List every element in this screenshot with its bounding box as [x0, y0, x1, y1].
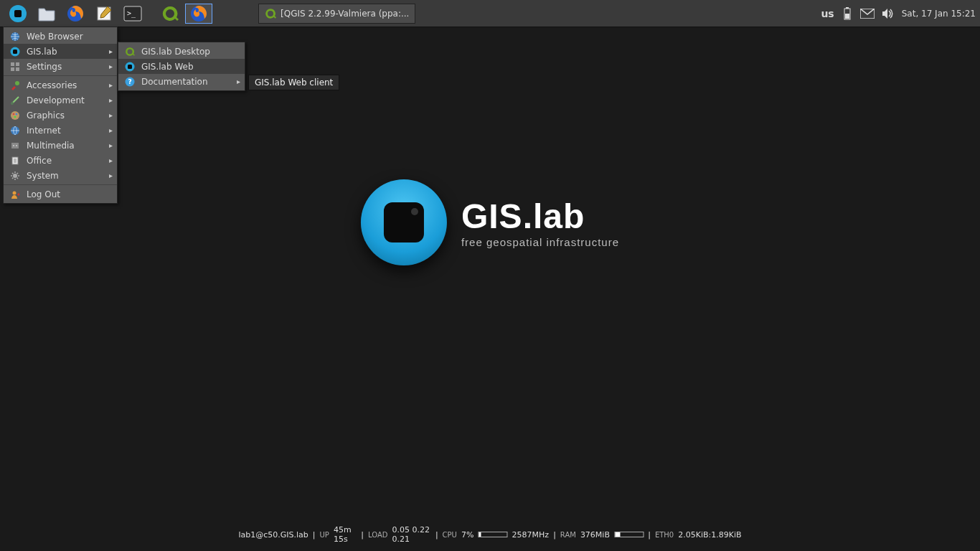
menu-item-system[interactable]: System▸	[4, 168, 117, 183]
status-eth: 2.05KiB:1.89KiB	[678, 530, 741, 540]
file-manager-launcher[interactable]	[33, 4, 60, 24]
svg-rect-8	[846, 7, 849, 9]
svg-text:?: ?	[128, 78, 131, 85]
svg-rect-15	[16, 62, 19, 66]
status-ram: 376MiB	[580, 530, 610, 540]
chevron-right-icon: ▸	[109, 156, 113, 164]
logo-title: GIS.lab	[461, 197, 619, 236]
qgis-icon	[265, 8, 276, 19]
submenu-item-label: Documentation	[141, 77, 208, 87]
menu-item-label: System	[27, 171, 59, 181]
gislab-icon	[9, 46, 21, 57]
application-menu: Web BrowserGIS.lab▸Settings▸Accessories▸…	[3, 27, 118, 204]
menu-item-label: Log Out	[27, 189, 60, 199]
battery-icon[interactable]	[842, 6, 853, 21]
chevron-right-icon: ▸	[109, 81, 113, 89]
firefox-launcher[interactable]	[62, 4, 89, 24]
svg-point-19	[11, 102, 14, 105]
chevron-right-icon: ▸	[109, 141, 113, 149]
chevron-right-icon: ▸	[109, 96, 113, 104]
menu-item-label: Settings	[27, 62, 62, 72]
accessories-icon	[9, 80, 21, 91]
svg-rect-16	[11, 67, 14, 71]
status-bar: lab1@c50.GIS.lab| UP 45m 15s| LOAD 0.05 …	[238, 525, 741, 544]
gislab-icon	[124, 61, 136, 72]
menu-item-accessories[interactable]: Accessories▸	[4, 77, 117, 93]
status-up: 45m 15s	[334, 525, 357, 544]
status-ram-label: RAM	[560, 531, 576, 539]
taskbar-entry-qgis[interactable]: [QGIS 2.2.99-Valmiera (ppa:...	[258, 4, 415, 24]
submenu-item-label: GIS.lab Web	[141, 62, 194, 72]
editor-icon	[95, 5, 113, 22]
chevron-right-icon: ▸	[109, 47, 113, 55]
svg-rect-25	[11, 143, 19, 149]
logout-icon	[9, 189, 21, 200]
qgis-icon	[161, 5, 179, 22]
firefox-running-launcher[interactable]	[185, 4, 212, 24]
menu-item-label: Development	[27, 95, 85, 105]
menu-separator	[4, 75, 117, 76]
help-icon: ?	[124, 76, 136, 88]
submenu-item-gis-lab-web[interactable]: GIS.lab Web	[118, 59, 245, 74]
svg-point-26	[13, 145, 14, 146]
svg-point-20	[11, 111, 19, 120]
svg-point-22	[16, 113, 18, 115]
tooltip: GIS.lab Web client	[248, 75, 339, 90]
terminal-icon: >_	[123, 6, 142, 22]
volume-icon[interactable]	[882, 8, 895, 19]
status-eth-label: ETH0	[655, 531, 674, 539]
system-icon	[9, 170, 21, 182]
gislab-icon	[9, 4, 27, 23]
svg-rect-1	[14, 10, 22, 17]
development-icon	[9, 95, 21, 106]
menu-item-gis-lab[interactable]: GIS.lab▸	[4, 44, 117, 59]
submenu-item-documentation[interactable]: ?Documentation▸	[118, 74, 245, 89]
status-cpu-label: CPU	[443, 531, 457, 539]
mail-icon[interactable]	[860, 9, 875, 19]
text-editor-launcher[interactable]	[90, 4, 118, 24]
clock[interactable]: Sat, 17 Jan 15:21	[902, 9, 976, 19]
menu-item-settings[interactable]: Settings▸	[4, 59, 117, 74]
menu-item-internet[interactable]: Internet▸	[4, 123, 117, 138]
folder-icon	[37, 6, 56, 22]
svg-point-18	[15, 81, 19, 85]
settings-icon	[9, 61, 21, 72]
terminal-launcher[interactable]: >_	[119, 4, 146, 24]
svg-rect-13	[13, 50, 17, 54]
submenu-item-gis-lab-desktop[interactable]: GIS.lab Desktop	[118, 44, 245, 59]
menu-item-label: Multimedia	[27, 141, 75, 151]
app-menu-button[interactable]	[4, 4, 32, 24]
top-panel: >_ [QGIS 2.2.99-Valmiera (ppa:... us Sat…	[0, 0, 980, 27]
firefox-icon	[190, 5, 207, 22]
menu-item-label: Office	[27, 156, 52, 166]
logo-subtitle: free geospatial infrastructure	[461, 236, 619, 248]
menu-item-office[interactable]: Office▸	[4, 153, 117, 168]
menu-item-label: Accessories	[27, 80, 77, 90]
menu-item-web-browser[interactable]: Web Browser	[4, 29, 117, 44]
menu-item-graphics[interactable]: Graphics▸	[4, 108, 117, 123]
status-load-label: LOAD	[368, 531, 387, 539]
desktop-logo: GIS.lab free geospatial infrastructure	[361, 179, 619, 265]
svg-rect-14	[11, 62, 14, 66]
chevron-right-icon: ▸	[109, 126, 113, 134]
qgis-launcher[interactable]	[156, 4, 184, 24]
chevron-right-icon: ▸	[109, 171, 113, 179]
menu-separator	[4, 184, 117, 185]
status-cpu-pct: 7%	[461, 530, 473, 540]
svg-rect-32	[128, 65, 132, 69]
panel-right: us Sat, 17 Jan 15:21	[821, 6, 976, 21]
svg-point-29	[13, 174, 17, 178]
menu-item-development[interactable]: Development▸	[4, 93, 117, 108]
svg-rect-17	[16, 67, 19, 71]
status-cpu-freq: 2587MHz	[512, 530, 550, 540]
keyboard-layout-indicator[interactable]: us	[821, 8, 834, 19]
menu-item-label: Web Browser	[27, 32, 83, 42]
graphics-icon	[9, 110, 21, 121]
internet-icon	[9, 125, 21, 136]
menu-item-log-out[interactable]: Log Out	[4, 187, 117, 202]
submenu-item-label: GIS.lab Desktop	[141, 47, 210, 57]
panel-left: >_ [QGIS 2.2.99-Valmiera (ppa:...	[4, 4, 415, 24]
menu-item-multimedia[interactable]: Multimedia▸	[4, 138, 117, 153]
qgis-icon	[124, 46, 136, 57]
taskbar-entry-label: [QGIS 2.2.99-Valmiera (ppa:...	[281, 9, 409, 19]
